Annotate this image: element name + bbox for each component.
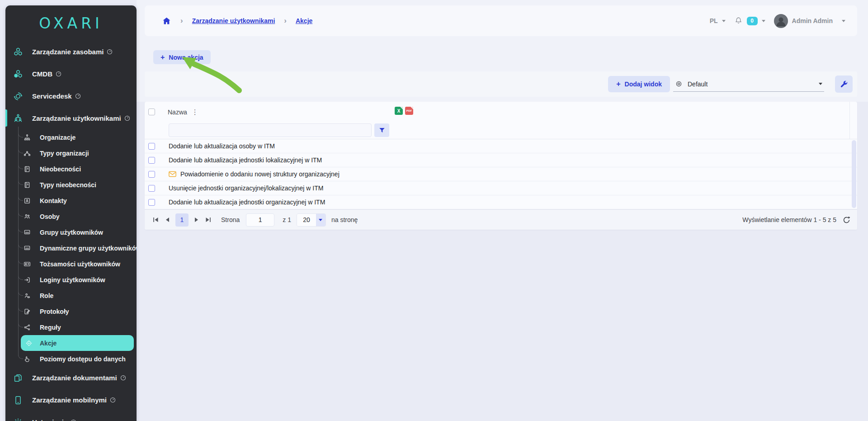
current-page-button[interactable]: 1 bbox=[175, 213, 189, 227]
sidebar-item-label: Grupy użytkowników bbox=[40, 229, 103, 236]
table-row[interactable]: Usunięcie jednostki organizacyjnej/lokal… bbox=[145, 181, 857, 195]
row-label: Powiadomienie o dodaniu nowej struktury … bbox=[180, 170, 340, 178]
wrench-icon bbox=[840, 80, 848, 89]
sidebar-item-kontakty[interactable]: Kontakty bbox=[18, 193, 137, 208]
sidebar-item-label: CMDB bbox=[32, 70, 52, 78]
row-checkbox[interactable] bbox=[148, 199, 155, 206]
contact-card-icon bbox=[24, 197, 31, 204]
chevron-down-icon bbox=[319, 219, 322, 221]
grid-settings-button[interactable] bbox=[835, 76, 853, 93]
view-selector-dropdown[interactable]: Default bbox=[673, 76, 824, 92]
new-action-button[interactable]: + Nowa akcja bbox=[153, 50, 211, 64]
first-page-icon[interactable] bbox=[152, 216, 160, 224]
sidebar-item-label: Servicedesk bbox=[32, 92, 72, 100]
hand-pointer-icon bbox=[24, 355, 31, 363]
table-row[interactable]: Dodanie lub aktualizacja jednostki lokal… bbox=[145, 153, 857, 167]
sidebar-item-protokoly[interactable]: Protokoły bbox=[18, 303, 137, 319]
cmdb-hexagons-icon bbox=[13, 69, 23, 79]
name-filter-input[interactable] bbox=[169, 123, 372, 137]
previous-page-icon[interactable] bbox=[164, 216, 172, 224]
refresh-icon[interactable] bbox=[842, 216, 851, 224]
pdf-glyph: PDF bbox=[406, 109, 412, 112]
sidebar-item-label: Organizacje bbox=[40, 134, 75, 141]
chevron-down-icon[interactable] bbox=[722, 20, 726, 22]
app-window: OXARI Zarządzanie zasobami CMDB Serviced… bbox=[0, 0, 868, 421]
sidebar-item-grupy-uzytkownikow[interactable]: Grupy użytkowników bbox=[18, 224, 137, 240]
sidebar-item-label: Reguły bbox=[40, 324, 61, 331]
sidebar-item-zarzadzanie-dokumentami[interactable]: Zarządzanie dokumentami bbox=[5, 367, 137, 389]
sidebar-item-label: Loginy użytkowników bbox=[40, 276, 105, 284]
sidebar-item-osoby[interactable]: Osoby bbox=[18, 208, 137, 224]
table-row[interactable]: Powiadomienie o dodaniu nowej struktury … bbox=[145, 167, 857, 181]
row-label: Usunięcie jednostki organizacyjnej/lokal… bbox=[169, 184, 323, 192]
gauge-icon bbox=[124, 115, 130, 121]
sidebar-item-zarzadzanie-uzytkownikami[interactable]: Zarządzanie użytkownikami bbox=[5, 107, 137, 129]
filter-button[interactable] bbox=[374, 123, 389, 137]
user-management-icon bbox=[13, 114, 23, 123]
breadcrumb-link-zarzadzanie-uzytkownikami[interactable]: Zarządzanie użytkownikami bbox=[192, 17, 275, 24]
sidebar-item-role[interactable]: Role bbox=[18, 288, 137, 303]
actions-grid: Nazwa ⋮ X PDF Dodanie lub aktualizacja o… bbox=[145, 102, 857, 230]
gauge-icon bbox=[56, 71, 61, 77]
select-all-checkbox[interactable] bbox=[148, 109, 155, 115]
sidebar-item-servicedesk[interactable]: Servicedesk bbox=[5, 85, 137, 107]
add-view-button[interactable]: + Dodaj widok bbox=[608, 76, 670, 92]
sidebar-item-zarzadzanie-mobilnymi[interactable]: Zarządzanie mobilnymi bbox=[5, 389, 137, 411]
sidebar-item-akcje[interactable]: Akcje bbox=[21, 335, 134, 351]
row-checkbox[interactable] bbox=[148, 143, 155, 150]
user-name: Admin Admin bbox=[792, 17, 833, 24]
table-row[interactable]: Dodanie lub aktualizacja osoby w ITM bbox=[145, 139, 857, 153]
page-number-input[interactable] bbox=[246, 213, 274, 227]
book-icon bbox=[24, 166, 31, 173]
column-header-nazwa[interactable]: Nazwa bbox=[168, 109, 187, 116]
breadcrumb-separator: › bbox=[284, 16, 287, 25]
chevron-down-icon[interactable] bbox=[762, 20, 765, 22]
sidebar-item-label: Kontakty bbox=[40, 197, 67, 204]
sidebar-item-label: Role bbox=[40, 292, 53, 299]
chevron-down-icon bbox=[819, 83, 822, 85]
sidebar-item-poziomy-dostepu[interactable]: Poziomy dostępu do danych bbox=[18, 351, 137, 367]
notification-count-badge[interactable]: 0 bbox=[747, 17, 758, 25]
mail-icon bbox=[169, 171, 176, 177]
page-label: Strona bbox=[221, 216, 240, 223]
sidebar-item-cmdb[interactable]: CMDB bbox=[5, 63, 137, 85]
sidebar-item-label: Typy nieobecności bbox=[40, 181, 96, 189]
sidebar-item-organizacje[interactable]: Organizacje bbox=[18, 129, 137, 145]
sidebar-item-typy-organizacji[interactable]: Typy organizacji bbox=[18, 145, 137, 161]
row-checkbox[interactable] bbox=[148, 185, 155, 192]
sidebar-item-nieobecnosci[interactable]: Nieobecności bbox=[18, 161, 137, 177]
next-page-icon[interactable] bbox=[192, 216, 200, 224]
sidebar-item-tozsamosci[interactable]: Tożsamości użytkowników bbox=[18, 256, 137, 272]
bell-icon[interactable] bbox=[734, 16, 743, 25]
user-management-submenu: Organizacje Typy organizacji Nieobecnośc… bbox=[18, 129, 137, 367]
export-pdf-icon[interactable]: PDF bbox=[405, 107, 413, 115]
chevron-down-icon[interactable] bbox=[842, 20, 845, 22]
page-size-dropdown[interactable]: 20 bbox=[297, 213, 326, 227]
sidebar-item-reguly[interactable]: Reguły bbox=[18, 319, 137, 335]
page-of-total: z 1 bbox=[283, 216, 291, 223]
view-toolbar: + Dodaj widok Default bbox=[145, 71, 857, 97]
avatar[interactable] bbox=[774, 14, 788, 28]
column-menu-icon[interactable]: ⋮ bbox=[192, 108, 198, 116]
row-checkbox[interactable] bbox=[148, 171, 155, 178]
sidebar-item-dynamiczne-grupy[interactable]: Dynamiczne grupy użytkowników bbox=[18, 240, 137, 256]
breadcrumb-link-akcje[interactable]: Akcje bbox=[296, 17, 312, 24]
row-checkbox[interactable] bbox=[148, 157, 155, 164]
table-row[interactable]: Dodanie lub aktualizacja jednostki organ… bbox=[145, 195, 857, 209]
sidebar-item-loginy[interactable]: Loginy użytkowników bbox=[18, 272, 137, 288]
book-icon bbox=[24, 181, 31, 189]
add-view-label: Dodaj widok bbox=[625, 80, 662, 88]
sidebar-item-typy-nieobecnosci[interactable]: Typy nieobecności bbox=[18, 177, 137, 193]
sitemap-icon bbox=[24, 134, 31, 141]
sidebar-item-zarzadzanie-zasobami[interactable]: Zarządzanie zasobami bbox=[5, 41, 137, 63]
sidebar-item-ustawienia[interactable]: Ustawienia bbox=[5, 411, 137, 421]
target-icon bbox=[25, 340, 33, 347]
share-nodes-icon bbox=[24, 324, 31, 331]
documents-icon bbox=[13, 373, 23, 383]
export-excel-icon[interactable]: X bbox=[395, 107, 403, 115]
sidebar-item-label: Poziomy dostępu do danych bbox=[40, 355, 126, 363]
language-selector[interactable]: PL bbox=[710, 17, 718, 24]
home-icon[interactable] bbox=[162, 16, 171, 26]
vertical-scrollbar[interactable] bbox=[852, 140, 856, 208]
last-page-icon[interactable] bbox=[204, 216, 212, 224]
